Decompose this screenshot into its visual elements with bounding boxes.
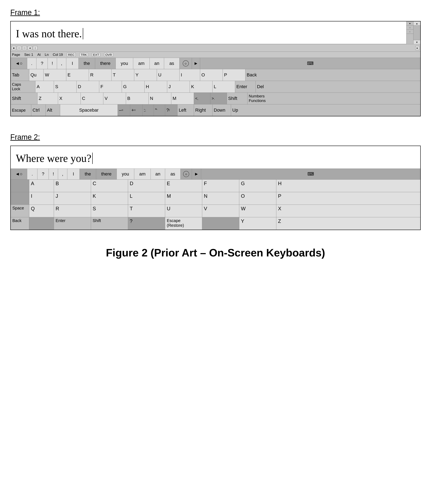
f2-key-R[interactable]: R <box>54 205 91 217</box>
f2-key-dark4[interactable] <box>29 217 54 230</box>
key-suggestion-icon[interactable]: ☺ <box>180 58 192 69</box>
key-word-an[interactable]: an <box>150 58 164 69</box>
key-keyboard-icon[interactable]: ⌨ <box>200 58 420 69</box>
key-x[interactable]: X <box>58 93 81 104</box>
f2-key-W[interactable]: W <box>239 205 276 217</box>
key-c[interactable]: C <box>81 93 103 104</box>
key-word-there[interactable]: there <box>95 58 116 69</box>
toolbar-icon-5[interactable]: | <box>33 46 37 50</box>
f2-key-Z[interactable]: Z <box>276 217 420 230</box>
f2-key-period[interactable]: . <box>27 169 37 180</box>
f2-key-G[interactable]: G <box>239 180 276 192</box>
key-quote[interactable]: "' <box>154 104 165 116</box>
key-back[interactable]: Back <box>245 69 420 81</box>
f2-key-escape-restore[interactable]: Escape(Restore) <box>165 217 202 230</box>
f2-key-Q[interactable]: Q <box>29 205 54 217</box>
key-word-you[interactable]: you <box>116 58 133 69</box>
key-d[interactable]: D <box>77 81 99 92</box>
f2-key-enter[interactable]: Enter <box>54 217 91 230</box>
key-o[interactable]: O <box>200 69 223 81</box>
f2-key-D[interactable]: D <box>128 180 165 192</box>
key-qu[interactable]: Qu <box>29 69 44 81</box>
key-e[interactable]: E <box>66 69 89 81</box>
f2-key-N[interactable]: N <box>202 192 239 205</box>
key-h[interactable]: H <box>144 81 167 92</box>
key-less-than[interactable]: <, <box>194 93 210 104</box>
f2-key-E[interactable]: E <box>165 180 202 192</box>
f2-key-word-as[interactable]: as <box>165 169 180 180</box>
f2-key-word-there[interactable]: there <box>96 169 117 180</box>
key-shift-left[interactable]: Shift <box>11 93 37 104</box>
key-l[interactable]: L <box>213 81 235 92</box>
f2-key-T[interactable]: T <box>128 205 165 217</box>
f2-key-suggestion-icon[interactable]: ☺ <box>180 169 192 180</box>
f2-key-exclaim[interactable]: ! <box>49 169 58 180</box>
scrollbar-down-btn[interactable]: ▼ <box>413 40 420 44</box>
f2-key-P[interactable]: P <box>276 192 420 205</box>
key-right[interactable]: Right <box>194 104 213 116</box>
key-p[interactable]: P <box>223 69 245 81</box>
key-word-the[interactable]: the <box>79 58 95 69</box>
key-down[interactable]: Down <box>213 104 231 116</box>
f2-key-word-I[interactable]: I <box>67 169 80 180</box>
key-tab[interactable]: Tab <box>11 69 29 81</box>
toolbar-icon-2[interactable]: □ <box>17 46 21 50</box>
key-g[interactable]: G <box>122 81 144 92</box>
f2-key-J[interactable]: J <box>54 192 91 205</box>
f2-key-C[interactable]: C <box>91 180 128 192</box>
key-greater-than[interactable]: >. <box>210 93 227 104</box>
f2-key-dark1[interactable] <box>11 180 29 192</box>
key-w[interactable]: W <box>44 69 66 81</box>
key-m[interactable]: M <box>171 93 194 104</box>
key-comma[interactable]: , <box>57 58 66 69</box>
f2-key-word-an[interactable]: an <box>151 169 165 180</box>
key-caps-lock[interactable]: CapsLock <box>11 81 36 92</box>
key-left[interactable]: Left <box>178 104 194 116</box>
f2-key-F[interactable]: F <box>202 180 239 192</box>
key-word-am[interactable]: am <box>133 58 150 69</box>
toolbar-icon-4[interactable]: ◄ <box>27 46 32 50</box>
key-b[interactable]: B <box>126 93 149 104</box>
key-exclaim[interactable]: ! <box>48 58 57 69</box>
key-k[interactable]: K <box>190 81 213 92</box>
key-up[interactable]: Up <box>231 104 420 116</box>
f2-key-Y[interactable]: Y <box>239 217 276 230</box>
key-v[interactable]: V <box>103 93 126 104</box>
f2-key-back-arrow[interactable]: ◄○ <box>11 169 27 180</box>
key-equals[interactable]: –= <box>118 104 130 116</box>
f2-key-O[interactable]: O <box>239 192 276 205</box>
frame1-text-area[interactable]: I was not there. <box>11 21 420 44</box>
key-plus[interactable]: += <box>130 104 143 116</box>
key-arrow-right[interactable]: ► <box>192 58 200 69</box>
f2-key-word-the[interactable]: the <box>80 169 96 180</box>
f2-key-word-you[interactable]: you <box>117 169 134 180</box>
key-y[interactable]: Y <box>134 69 157 81</box>
f2-key-dark2[interactable] <box>11 192 29 205</box>
f2-key-question2[interactable]: ? <box>128 217 165 230</box>
key-word-as[interactable]: as <box>164 58 180 69</box>
key-f[interactable]: F <box>99 81 122 92</box>
key-numbers-functions[interactable]: NumbersFunctions <box>248 93 420 104</box>
key-period[interactable]: . <box>27 58 36 69</box>
f2-key-dark5[interactable] <box>202 217 239 230</box>
key-ctrl[interactable]: Ctrl <box>31 104 46 116</box>
key-spacebar[interactable]: Spacebar <box>60 104 118 116</box>
key-t[interactable]: T <box>112 69 134 81</box>
key-escape[interactable]: Escape <box>11 104 31 116</box>
f2-key-S[interactable]: S <box>91 205 128 217</box>
scrollbar-right-btn[interactable]: ► <box>415 46 420 50</box>
key-enter[interactable]: Enter <box>235 81 256 92</box>
key-a[interactable]: A <box>36 81 54 92</box>
f2-key-H[interactable]: H <box>276 180 420 192</box>
f2-key-K[interactable]: K <box>91 192 128 205</box>
f2-key-V[interactable]: V <box>202 205 239 217</box>
f2-key-space[interactable]: Space <box>11 205 29 217</box>
f2-key-M[interactable]: M <box>165 192 202 205</box>
key-i[interactable]: I <box>180 69 200 81</box>
key-colon[interactable]: :; <box>143 104 154 116</box>
f2-key-I[interactable]: I <box>29 192 54 205</box>
key-u[interactable]: U <box>157 69 180 81</box>
f2-key-keyboard-icon[interactable]: ⌨ <box>201 169 420 180</box>
f2-key-comma[interactable]: , <box>58 169 67 180</box>
key-n[interactable]: N <box>149 93 171 104</box>
